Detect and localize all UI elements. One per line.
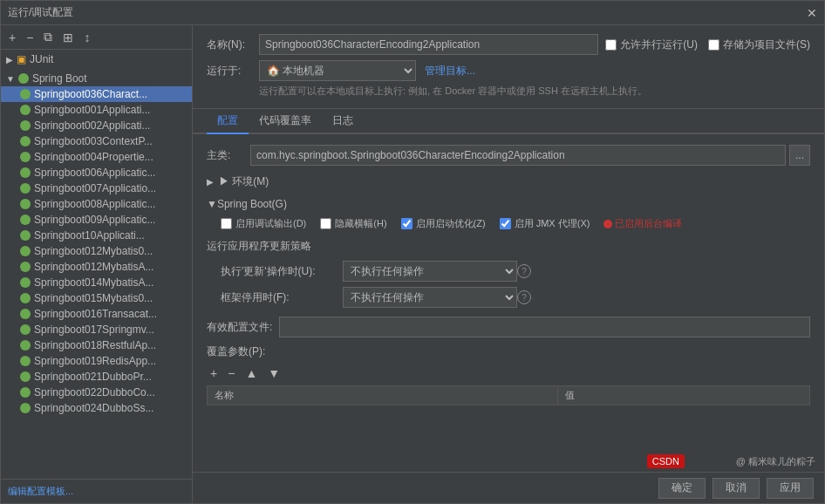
item-icon-0: [20, 89, 31, 99]
sidebar-item-springboot010[interactable]: Springboot10Applicati...: [1, 228, 192, 243]
sidebar-item-springboot001[interactable]: Springboot001Applicati...: [1, 102, 192, 118]
item-icon-18: [20, 371, 31, 382]
execute-help-icon[interactable]: ?: [517, 264, 531, 278]
tab-log[interactable]: 日志: [322, 109, 364, 134]
main-class-label: 主类:: [207, 148, 250, 163]
item-label-20: Springboot024DubboSs...: [34, 402, 153, 414]
tab-coverage[interactable]: 代码覆盖率: [249, 109, 322, 134]
config-header: 名称(N): 允许并行运行(U) 存储为项目文件(S) 运: [193, 25, 824, 109]
update-strategy-title: 运行应用程序更新策略: [207, 239, 810, 254]
item-icon-10: [20, 246, 31, 256]
params-add-button[interactable]: +: [207, 364, 221, 382]
close-button[interactable]: ✕: [807, 6, 817, 20]
params-table: 名称 值: [207, 385, 810, 405]
sidebar-item-springboot012b[interactable]: Springboot012MybatisA...: [1, 259, 192, 275]
params-toolbar: + − ▲ ▼: [207, 364, 810, 382]
spring-boot-expander[interactable]: ▼ Spring Boot(G): [207, 198, 810, 210]
hide-checkbox-label: 隐藏横幅(H): [320, 217, 386, 230]
jmx-checkbox[interactable]: [500, 218, 511, 229]
spring-boot-group-label: Spring Boot: [32, 72, 87, 85]
frame-row: 框架停用时(F): 不执行任何操作 热替换类 更新触发器帧 更新类和资源 ?: [221, 287, 810, 308]
sidebar-item-springboot015[interactable]: Springboot015Mybatis0...: [1, 290, 192, 306]
config-tree: ▶ ▣ JUnit ▼ Spring Boot Springbo: [1, 50, 192, 479]
item-label-5: Springboot006Applicatic...: [34, 167, 155, 179]
name-input[interactable]: [259, 34, 598, 55]
sidebar-item-springboot019[interactable]: Springboot019RedisApp...: [1, 353, 192, 369]
item-label-19: Springboot022DubboCo...: [34, 386, 155, 398]
title-bar: 运行/调试配置 ✕: [1, 1, 824, 25]
sidebar-item-springboot021[interactable]: Springboot021DubboPr...: [1, 369, 192, 385]
spring-boot-checkboxes: 启用调试输出(D) 隐藏横幅(H) 启用启动优化(Z) 启用 JMX: [221, 217, 810, 230]
debug-checkbox[interactable]: [221, 218, 232, 229]
optimize-checkbox[interactable]: [401, 218, 412, 229]
main-panel: 名称(N): 允许并行运行(U) 存储为项目文件(S) 运: [193, 25, 824, 503]
remove-config-button[interactable]: −: [24, 30, 36, 45]
params-col-name: 名称: [208, 386, 558, 405]
tab-config[interactable]: 配置: [207, 109, 249, 134]
item-icon-6: [20, 183, 31, 194]
ok-button[interactable]: 确定: [658, 478, 706, 499]
sidebar: + − ⧉ ⊞ ↕ ▶ ▣ JUnit ▼: [1, 25, 193, 503]
item-label-15: Springboot017Springmv...: [34, 324, 154, 336]
main-class-input[interactable]: [250, 145, 786, 166]
copy-config-button[interactable]: ⧉: [41, 29, 55, 45]
sidebar-item-springboot014[interactable]: Springboot014MybatisA...: [1, 275, 192, 290]
save-to-project-checkbox-label: 存储为项目文件(S): [708, 37, 810, 52]
bottom-bar: 确定 取消 应用: [193, 472, 824, 503]
sidebar-item-springboot007[interactable]: Springboot007Applicatio...: [1, 180, 192, 196]
item-label-1: Springboot001Applicati...: [34, 104, 150, 116]
sidebar-item-springboot018[interactable]: Springboot018RestfulAp...: [1, 337, 192, 353]
item-icon-7: [20, 199, 31, 209]
sidebar-item-springboot009[interactable]: Springboot009Applicatic...: [1, 212, 192, 228]
item-icon-13: [20, 293, 31, 303]
save-to-project-checkbox[interactable]: [708, 39, 719, 51]
environment-section: ▶ ▶ 环境(M): [207, 174, 810, 189]
valid-config-row: 有效配置文件:: [207, 317, 810, 337]
run-at-select[interactable]: 🏠 本地机器: [259, 60, 416, 81]
sidebar-item-springboot012a[interactable]: Springboot012Mybatis0...: [1, 243, 192, 259]
params-remove-button[interactable]: −: [224, 364, 238, 382]
env-expander[interactable]: ▶ ▶ 环境(M): [207, 174, 810, 189]
params-up-button[interactable]: ▲: [242, 364, 261, 382]
spring-boot-group-header[interactable]: ▼ Spring Boot: [1, 71, 192, 86]
sidebar-item-springboot036[interactable]: Springboot036Charact...: [1, 86, 192, 102]
sidebar-item-springboot002[interactable]: Springboot002Applicati...: [1, 118, 192, 133]
item-label-3: Springboot003ContextP...: [34, 135, 153, 147]
item-label-16: Springboot018RestfulAp...: [34, 339, 156, 351]
junit-group-header[interactable]: ▶ ▣ JUnit: [1, 51, 192, 67]
junit-icon: ▣: [17, 53, 26, 65]
error-dot-icon: [603, 220, 612, 228]
item-icon-8: [20, 215, 31, 225]
sidebar-item-springboot003[interactable]: Springboot003ContextP...: [1, 133, 192, 149]
add-config-button[interactable]: +: [6, 30, 18, 45]
hide-checkbox[interactable]: [320, 218, 331, 229]
csdn-watermark: CSDN: [647, 454, 685, 468]
execute-select[interactable]: 不执行任何操作 热替换类 更新触发器帧 更新类和资源: [343, 261, 517, 282]
sidebar-item-springboot024[interactable]: Springboot024DubboSs...: [1, 400, 192, 416]
sidebar-item-springboot016[interactable]: Springboot016Transacat...: [1, 306, 192, 322]
manage-targets-link[interactable]: 管理目标...: [425, 64, 475, 78]
item-icon-1: [20, 105, 31, 115]
main-class-browse-button[interactable]: ...: [789, 145, 810, 166]
valid-config-input[interactable]: [279, 317, 810, 337]
apply-button[interactable]: 应用: [767, 478, 814, 499]
item-label-9: Springboot10Applicati...: [34, 229, 145, 242]
sidebar-item-springboot004[interactable]: Springboot004Propertie...: [1, 149, 192, 165]
folder-config-button[interactable]: ⊞: [60, 30, 76, 45]
sidebar-item-springboot006[interactable]: Springboot006Applicatic...: [1, 165, 192, 180]
allow-parallel-checkbox[interactable]: [605, 39, 617, 51]
edit-templates-link[interactable]: 编辑配置模板...: [1, 479, 192, 503]
frame-select[interactable]: 不执行任何操作 热替换类 更新触发器帧 更新类和资源: [343, 287, 517, 308]
sidebar-item-springboot017[interactable]: Springboot017Springmv...: [1, 322, 192, 337]
params-down-button[interactable]: ▼: [264, 364, 283, 382]
item-label-0: Springboot036Charact...: [34, 88, 147, 100]
jmx-checkbox-label: 启用 JMX 代理(X): [500, 217, 590, 230]
frame-help-icon[interactable]: ?: [517, 290, 531, 304]
cancel-button[interactable]: 取消: [712, 478, 760, 499]
sidebar-item-springboot022[interactable]: Springboot022DubboCo...: [1, 385, 192, 400]
backend-label: 已启用后台编译: [615, 217, 682, 230]
sidebar-item-springboot008[interactable]: Springboot008Applicatic...: [1, 196, 192, 212]
item-label-8: Springboot009Applicatic...: [34, 214, 155, 226]
override-params-section: 覆盖参数(P): + − ▲ ▼ 名称 值: [207, 344, 810, 405]
sort-config-button[interactable]: ↕: [81, 30, 92, 45]
